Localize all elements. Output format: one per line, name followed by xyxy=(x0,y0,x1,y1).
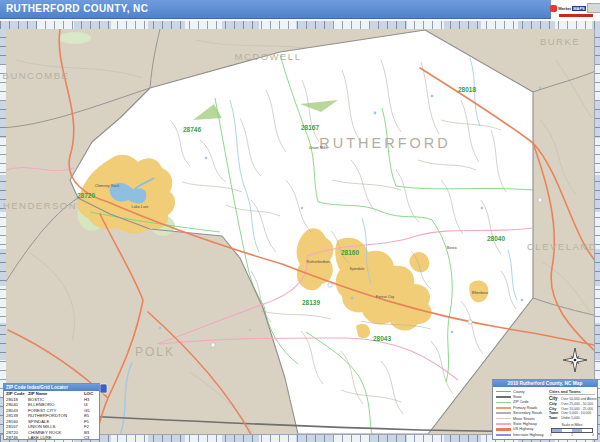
zip-index-header: ZIP Code Index/Grid Locator xyxy=(4,384,99,391)
scale-label: Scale in Miles xyxy=(549,423,595,427)
interstate-shield-icon xyxy=(100,384,107,393)
town-label: Spindale xyxy=(350,267,365,271)
county-label-burke: BURKE xyxy=(540,36,580,47)
map-art xyxy=(6,29,594,434)
county-label-cleveland: CLEVELAND xyxy=(527,241,597,252)
town-label: Union Mills xyxy=(309,146,328,150)
county-label-henderson: HENDERSON xyxy=(3,200,77,211)
title-bar: RUTHERFORD COUNTY, NC xyxy=(0,0,551,19)
zip-label-28720: 28720 xyxy=(77,192,95,199)
town-label: Forest City xyxy=(376,295,394,299)
zip-label-28167: 28167 xyxy=(301,124,319,131)
city-size-row: TownUnder 5,000 xyxy=(549,416,595,421)
map-canvas: BUNCOMBE MCDOWELL BURKE HENDERSON CLEVEL… xyxy=(6,29,594,434)
grid-ruler-right xyxy=(594,29,600,434)
legend-line-items: County State ZIP Code Primary Roads Seco… xyxy=(496,389,549,438)
town-label: Rutherfordton xyxy=(306,260,329,264)
zip-label-28746: 28746 xyxy=(183,126,201,133)
page-title: RUTHERFORD COUNTY, NC xyxy=(0,0,551,18)
scale-bar-group: Scale in Miles 024 xyxy=(549,423,595,437)
county-label-polk: POLK xyxy=(135,345,175,359)
legend-cities-and-towns: Cities and Towns CityOver 50,000 and Abo… xyxy=(549,389,595,438)
zip-label-28139: 28139 xyxy=(302,299,320,306)
forest-patch xyxy=(59,32,91,44)
logo-brand-bottom: MAPS xyxy=(572,6,586,11)
zip-label-28018: 28018 xyxy=(458,86,476,93)
map-legend-header: 2010 Rutherford County, NC Map xyxy=(493,380,597,387)
zip-label-28040: 28040 xyxy=(487,235,505,242)
county-label-rutherford: RUTHERFORD xyxy=(319,135,451,151)
map-page: RUTHERFORD COUNTY, NC Market MAPS xyxy=(0,0,600,442)
county-label-mcdowell: MCDOWELL xyxy=(235,51,302,62)
map-legend: 2010 Rutherford County, NC Map County St… xyxy=(492,379,598,440)
logo-brand-top: Market xyxy=(558,6,571,11)
zip-label-28160: 28160 xyxy=(341,249,359,256)
zip-index-row: 28746LAKE LUREC3 xyxy=(4,435,99,441)
county-label-buncombe: BUNCOMBE xyxy=(3,70,70,81)
town-label: Chimney Rock xyxy=(95,184,120,188)
town-label: Ellenboro xyxy=(472,291,488,295)
logo: Market MAPS xyxy=(551,0,600,20)
logo-red-strip xyxy=(559,14,593,17)
zip-label-28043: 28043 xyxy=(373,335,391,342)
town-label: Lake Lure xyxy=(132,205,149,209)
scale-ticks: 024 xyxy=(550,433,594,437)
cities-header: Cities and Towns xyxy=(549,389,595,395)
logo-mark-icon xyxy=(550,5,557,12)
town-label: Bostic xyxy=(447,246,457,250)
zip-index-legend: ZIP Code Index/Grid Locator ZIP Code ZIP… xyxy=(3,383,100,440)
logo-address-block xyxy=(587,3,600,13)
legend-item-interstate-highway: Interstate Highway xyxy=(496,432,549,437)
